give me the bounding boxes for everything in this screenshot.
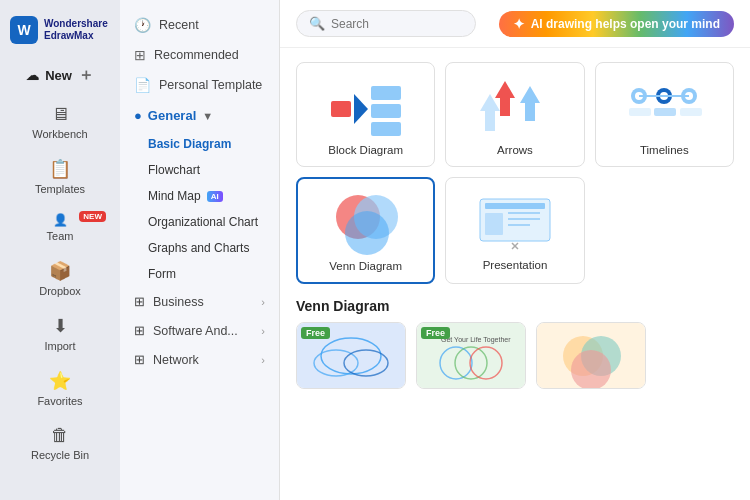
mind-map-item[interactable]: Mind Map AI <box>120 183 279 209</box>
svg-marker-6 <box>520 86 540 121</box>
network-label: Network <box>153 353 199 367</box>
flowchart-item[interactable]: Flowchart <box>120 157 279 183</box>
personal-template-item[interactable]: 📄 Personal Template <box>120 70 279 100</box>
recycle-icon: 🗑 <box>51 425 69 446</box>
software-item-left: ⊞ Software And... <box>134 323 238 338</box>
general-dot: ● <box>134 108 142 123</box>
form-item[interactable]: Form <box>120 261 279 287</box>
block-diagram-card[interactable]: Block Diagram <box>296 62 435 167</box>
top-bar: 🔍 ✦ AI drawing helps open your mind <box>280 0 750 48</box>
arrows-card[interactable]: Arrows <box>445 62 584 167</box>
venn-svg <box>326 189 406 254</box>
search-input[interactable] <box>331 17 461 31</box>
timelines-preview <box>619 73 709 138</box>
basic-diagram-item[interactable]: Basic Diagram <box>120 131 279 157</box>
ai-badge: AI <box>207 191 223 202</box>
personal-template-label: Personal Template <box>159 78 262 92</box>
timelines-svg <box>624 76 704 136</box>
software-icon: ⊞ <box>134 323 145 338</box>
sidebar-item-templates[interactable]: 📋 Templates <box>6 150 114 203</box>
sidebar-item-favorites[interactable]: ⭐ Favorites <box>6 362 114 415</box>
recent-label: Recent <box>159 18 199 32</box>
graphs-charts-item[interactable]: Graphs and Charts <box>120 235 279 261</box>
network-item[interactable]: ⊞ Network › <box>120 345 279 374</box>
timelines-card[interactable]: Timelines <box>595 62 734 167</box>
business-item-left: ⊞ Business <box>134 294 204 309</box>
business-icon: ⊞ <box>134 294 145 309</box>
templates-label: Templates <box>35 183 85 195</box>
sidebar-item-dropbox[interactable]: 📦 Dropbox <box>6 252 114 305</box>
svg-rect-0 <box>331 101 351 117</box>
sidebar-item-team[interactable]: 👤 Team NEW <box>6 205 114 250</box>
logo-area: W Wondershare EdrawMax <box>0 8 120 56</box>
app-logo-text: Wondershare EdrawMax <box>44 18 108 42</box>
svg-rect-2 <box>371 86 401 100</box>
arrows-name: Arrows <box>497 144 533 156</box>
svg-rect-22 <box>485 203 545 209</box>
templates-area: Block Diagram Arrows <box>280 48 750 500</box>
svg-rect-15 <box>629 108 651 116</box>
sidebar-item-workbench[interactable]: 🖥 Workbench <box>6 96 114 148</box>
block-diagram-preview <box>321 73 411 138</box>
template-card-3[interactable] <box>536 322 646 389</box>
software-label: Software And... <box>153 324 238 338</box>
svg-point-38 <box>571 350 611 389</box>
svg-point-33 <box>440 347 472 379</box>
general-section[interactable]: ● General ▼ <box>120 100 279 131</box>
svg-marker-7 <box>480 94 500 131</box>
recommended-label: Recommended <box>154 48 239 62</box>
arrows-svg <box>475 76 555 136</box>
svg-text:Get Your Life Together: Get Your Life Together <box>441 336 511 344</box>
favorites-label: Favorites <box>37 395 82 407</box>
templates-icon: 📋 <box>49 158 71 180</box>
venn-diagram-name: Venn Diagram <box>329 260 402 272</box>
business-chevron-icon: › <box>261 296 265 308</box>
sidebar: W Wondershare EdrawMax ☁ New ＋ 🖥 Workben… <box>0 0 120 500</box>
presentation-card[interactable]: Presentation <box>445 177 584 284</box>
arrows-preview <box>470 73 560 138</box>
software-item[interactable]: ⊞ Software And... › <box>120 316 279 345</box>
block-diagram-name: Block Diagram <box>328 144 403 156</box>
main-content: 🔍 ✦ AI drawing helps open your mind <box>280 0 750 500</box>
venn-diagram-card[interactable]: Venn Diagram <box>296 177 435 284</box>
business-label: Business <box>153 295 204 309</box>
presentation-preview <box>470 188 560 253</box>
recommended-icon: ⊞ <box>134 47 146 63</box>
ai-banner[interactable]: ✦ AI drawing helps open your mind <box>499 11 734 37</box>
dropbox-icon: 📦 <box>49 260 71 282</box>
flowchart-label: Flowchart <box>148 163 200 177</box>
mind-map-label: Mind Map <box>148 189 201 203</box>
org-chart-item[interactable]: Organizational Chart <box>120 209 279 235</box>
favorites-icon: ⭐ <box>49 370 71 392</box>
middle-panel: 🕐 Recent ⊞ Recommended 📄 Personal Templa… <box>120 0 280 500</box>
search-bar[interactable]: 🔍 <box>296 10 476 37</box>
sidebar-item-import[interactable]: ⬇ Import <box>6 307 114 360</box>
template-card-1[interactable]: Free <box>296 322 406 389</box>
workbench-icon: 🖥 <box>51 104 69 125</box>
personal-template-icon: 📄 <box>134 77 151 93</box>
new-button[interactable]: ☁ New ＋ <box>6 57 114 94</box>
search-icon: 🔍 <box>309 16 325 31</box>
team-icon: 👤 <box>53 213 68 227</box>
svg-rect-3 <box>371 104 401 118</box>
template-card-2[interactable]: Free Get Your Life Together <box>416 322 526 389</box>
recent-item[interactable]: 🕐 Recent <box>120 10 279 40</box>
recommended-item[interactable]: ⊞ Recommended <box>120 40 279 70</box>
sidebar-item-recycle[interactable]: 🗑 Recycle Bin <box>6 417 114 469</box>
template-row: Free Free Get Your Life Together <box>296 322 734 389</box>
diagram-grid: Block Diagram Arrows <box>296 62 734 284</box>
network-chevron-icon: › <box>261 354 265 366</box>
svg-rect-16 <box>654 108 676 116</box>
business-item[interactable]: ⊞ Business › <box>120 287 279 316</box>
new-icon: ☁ <box>26 68 39 83</box>
presentation-svg <box>475 191 555 251</box>
ai-banner-text: AI drawing helps open your mind <box>531 17 720 31</box>
dropbox-label: Dropbox <box>39 285 81 297</box>
team-label: Team <box>47 230 74 242</box>
venn-preview <box>321 189 411 254</box>
timelines-name: Timelines <box>640 144 689 156</box>
plus-icon: ＋ <box>78 65 94 86</box>
software-chevron-icon: › <box>261 325 265 337</box>
workbench-label: Workbench <box>32 128 87 140</box>
svg-point-35 <box>470 347 502 379</box>
